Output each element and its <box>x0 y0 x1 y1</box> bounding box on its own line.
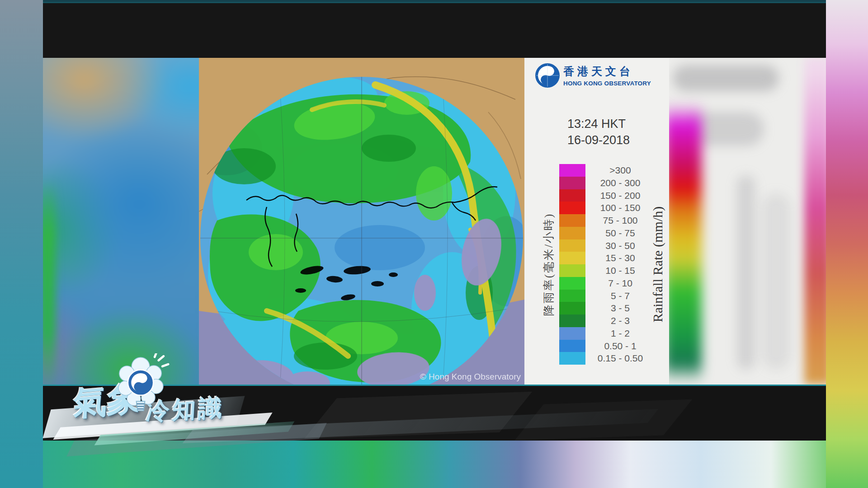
scale-label: 10 - 15 <box>582 264 659 277</box>
scale-label: 1 - 2 <box>582 327 659 340</box>
letterbox-top-bar <box>43 2 826 59</box>
observation-timestamp: 13:24 HKT 16-09-2018 <box>567 116 658 148</box>
radar-svg: © Hong Kong Observatory <box>199 58 524 385</box>
scale-row: 10 - 15 <box>559 264 686 277</box>
programme-watermark: 氣象 冷知識 <box>43 352 680 456</box>
background-gradient-left <box>0 0 43 488</box>
scale-row: 2 - 3 <box>559 314 686 327</box>
scale-row: 1 - 2 <box>559 327 686 340</box>
cloud-bulb-logo-icon <box>111 353 170 421</box>
scale-row: 75 - 100 <box>559 214 686 227</box>
scale-label: 50 - 75 <box>582 227 659 239</box>
scale-label: 5 - 7 <box>582 290 659 302</box>
blurred-legend-panel-right <box>669 58 826 385</box>
scale-row: 50 - 75 <box>559 227 686 239</box>
scale-label: 7 - 10 <box>582 277 659 290</box>
frame-content: © Hong Kong Observatory 香港天文台 HONG KONG … <box>43 58 826 385</box>
scale-label: 150 - 200 <box>582 189 659 202</box>
scale-row: 3 - 5 <box>559 302 686 314</box>
scale-row: 15 - 30 <box>559 252 686 264</box>
observation-date: 16-09-2018 <box>567 132 658 148</box>
scale-label: 3 - 5 <box>582 302 659 314</box>
scale-label: 30 - 50 <box>582 239 659 252</box>
rainfall-scale: >300 200 - 300 150 - 200 100 - 150 75 - … <box>559 164 686 365</box>
scale-row: 30 - 50 <box>559 239 686 252</box>
scale-label: 100 - 150 <box>582 202 659 214</box>
hko-name-english: HONG KONG OBSERVATORY <box>563 80 667 87</box>
spark-lines <box>155 353 168 366</box>
blurred-label-column <box>737 175 755 370</box>
legend-panel: 香港天文台 HONG KONG OBSERVATORY 13:24 HKT 16… <box>524 58 669 385</box>
scale-label: 200 - 300 <box>582 177 659 189</box>
bulb-base <box>137 401 145 411</box>
scale-row: 200 - 300 <box>559 177 686 189</box>
blurred-edge-gradient <box>804 58 826 385</box>
legend-title-chinese: 降雨率(毫米/小時) <box>541 169 555 359</box>
scale-row: 100 - 150 <box>559 202 686 214</box>
hko-name-chinese: 香港天文台 <box>563 64 667 79</box>
scale-row: 5 - 7 <box>559 290 686 302</box>
scale-row: 7 - 10 <box>559 277 686 290</box>
blurred-logo <box>673 65 779 91</box>
background-gradient-right <box>826 0 868 488</box>
observation-time: 13:24 HKT <box>567 116 658 132</box>
scale-label: 75 - 100 <box>582 214 659 227</box>
scale-row: 150 - 200 <box>559 189 686 202</box>
blur-wash <box>43 58 199 385</box>
radar-rainfall-map: © Hong Kong Observatory <box>199 58 526 385</box>
hko-swirl-logo-icon <box>534 62 561 89</box>
blurred-title-column <box>762 193 791 370</box>
scale-label: 0.50 - 1 <box>582 340 659 352</box>
scale-row: 0.50 - 1 <box>559 340 686 352</box>
scale-row: >300 <box>559 164 686 177</box>
scale-label: >300 <box>582 164 659 177</box>
scale-label: 15 - 30 <box>582 252 659 264</box>
scale-label: 2 - 3 <box>582 314 659 327</box>
hko-names: 香港天文台 HONG KONG OBSERVATORY <box>563 64 667 87</box>
blurred-colour-bar <box>669 103 702 385</box>
blurred-radar-panel-left <box>43 58 199 385</box>
